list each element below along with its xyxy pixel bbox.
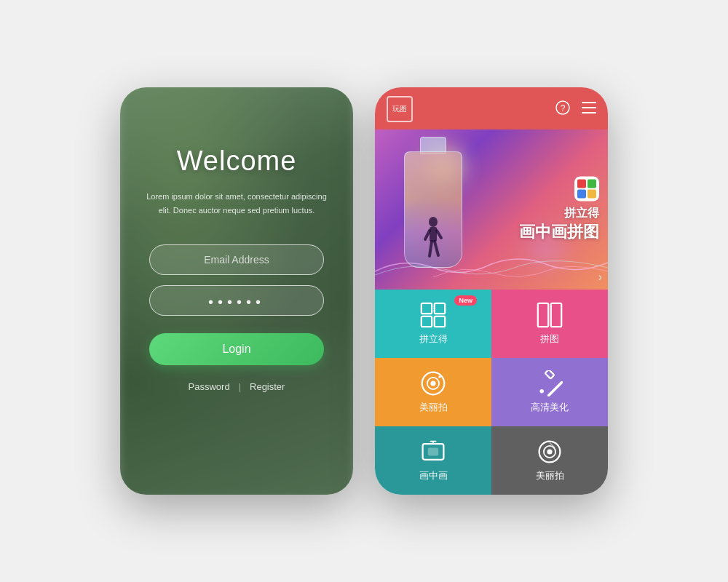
- new-badge: New: [454, 295, 477, 306]
- app-grid-menu: New 拼立得 拼图 美丽拍: [375, 290, 608, 495]
- mlp2-icon: [537, 439, 563, 465]
- app-header: 玩 图 ?: [375, 87, 608, 129]
- grid-label-mlp: 美丽拍: [419, 401, 448, 414]
- banner-title: 拼立得: [519, 206, 599, 221]
- register-link[interactable]: Register: [250, 381, 285, 392]
- login-screen: Welcome Lorem ipsum dolor sit amet, cons…: [120, 87, 353, 495]
- svg-text:?: ?: [561, 103, 566, 113]
- login-button[interactable]: Login: [149, 333, 324, 365]
- icon-blue: [577, 190, 586, 199]
- banner-arrow[interactable]: ›: [598, 271, 602, 284]
- logo-line1: 玩: [392, 105, 400, 113]
- mlp-icon: [420, 370, 446, 396]
- light-waves: [375, 250, 608, 279]
- grid-label-hzh: 画中画: [419, 469, 448, 482]
- icon-red: [577, 180, 586, 188]
- header-icons: ?: [555, 100, 596, 119]
- pld-icon: [420, 302, 446, 328]
- svg-rect-16: [551, 303, 561, 327]
- login-content: Welcome Lorem ipsum dolor sit amet, cons…: [120, 87, 353, 495]
- grid-label-pld: 拼立得: [419, 332, 448, 346]
- svg-line-7: [425, 231, 430, 239]
- svg-rect-4: [582, 112, 596, 113]
- svg-rect-2: [582, 102, 596, 103]
- grid-label-gqmh: 高清美化: [531, 401, 569, 414]
- svg-rect-3: [582, 107, 596, 108]
- forgot-password-link[interactable]: Password: [189, 381, 230, 392]
- grid-item-hzh[interactable]: 画中画: [375, 426, 491, 495]
- login-links: Password | Register: [189, 381, 285, 392]
- help-icon[interactable]: ?: [555, 100, 570, 119]
- grid-label-pt: 拼图: [540, 332, 559, 346]
- svg-point-30: [547, 449, 552, 454]
- grid-item-mlp[interactable]: 美丽拍: [375, 358, 491, 426]
- grid-item-pld[interactable]: New 拼立得: [375, 290, 491, 358]
- app-logo: 玩 图: [387, 96, 413, 122]
- grid-label-mlp2: 美丽拍: [536, 469, 564, 482]
- icon-yellow: [587, 190, 596, 199]
- grid-item-pt[interactable]: 拼图: [491, 290, 608, 358]
- welcome-title: Welcome: [177, 146, 297, 177]
- banner-text: 拼立得 画中画拼图: [519, 177, 599, 243]
- app-screen: 玩 图 ?: [375, 87, 608, 495]
- logo-line2: 图: [400, 105, 407, 113]
- svg-point-20: [438, 375, 441, 378]
- svg-rect-14: [435, 316, 445, 327]
- grid-item-gqmh[interactable]: 高清美化: [491, 358, 608, 426]
- pt-icon: [537, 302, 563, 328]
- icon-green: [587, 180, 596, 188]
- svg-point-23: [540, 389, 544, 393]
- password-dots-display: ••••••: [149, 285, 324, 316]
- svg-rect-12: [435, 303, 445, 314]
- svg-point-5: [429, 217, 438, 227]
- app-banner: 拼立得 画中画拼图 ›: [375, 129, 608, 290]
- welcome-subtitle: Lorem ipsum dolor sit amet, consectetur …: [142, 190, 331, 217]
- hzh-icon: [420, 439, 446, 465]
- email-input[interactable]: [149, 244, 324, 275]
- grid-item-mlp2[interactable]: 美丽拍: [491, 426, 608, 495]
- gqmh-icon: [537, 370, 563, 396]
- svg-rect-22: [545, 370, 555, 379]
- svg-point-19: [430, 380, 435, 386]
- svg-rect-13: [422, 316, 432, 327]
- svg-rect-15: [538, 303, 548, 327]
- svg-line-8: [437, 231, 441, 238]
- banner-app-icon: [574, 177, 599, 202]
- svg-rect-21: [547, 380, 563, 396]
- svg-rect-11: [422, 303, 432, 314]
- links-divider: |: [239, 381, 241, 392]
- menu-icon[interactable]: [582, 102, 596, 117]
- svg-rect-25: [428, 448, 438, 456]
- svg-rect-6: [430, 227, 437, 242]
- banner-subtitle: 画中画拼图: [519, 221, 599, 243]
